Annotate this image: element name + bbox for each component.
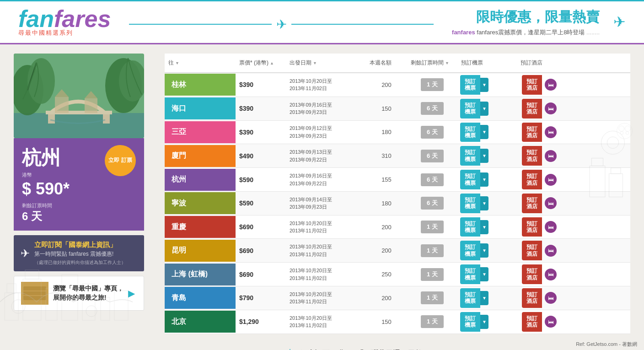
price-cell: $390 xyxy=(236,126,286,139)
city-name-cell: 青島 xyxy=(165,287,236,309)
flight-dropdown-arrow[interactable]: ▼ xyxy=(480,149,488,163)
book-flight-cell: 預訂 機票 ▼ xyxy=(457,73,517,97)
city-name-cell: 重慶 xyxy=(165,216,236,238)
quota-cell: 155 xyxy=(366,173,407,186)
book-hotel-button[interactable]: 預訂 酒店 xyxy=(522,217,542,237)
hotel-icon: 🛏 xyxy=(545,102,557,114)
quota-cell: 200 xyxy=(366,221,407,233)
book-hotel-button[interactable]: 預訂 酒店 xyxy=(522,288,542,308)
flight-dropdown-arrow[interactable]: ▼ xyxy=(480,78,488,92)
remaining-badge: 6 天 xyxy=(421,150,444,162)
remaining-badge: 6 天 xyxy=(421,126,444,139)
book-flight-label: 預訂 機票 xyxy=(465,173,476,186)
book-hotel-button[interactable]: 預訂 酒店 xyxy=(522,123,542,142)
book-flight-label: 預訂 機票 xyxy=(465,102,476,115)
book-hotel-button[interactable]: 預訂 酒店 xyxy=(522,241,542,260)
book-hotel-button[interactable]: 預訂 酒店 xyxy=(522,75,542,95)
book-hotel-button[interactable]: 預訂 酒店 xyxy=(522,99,542,118)
book-hotel-button[interactable]: 預訂 酒店 xyxy=(522,146,542,166)
flight-dropdown-arrow[interactable]: ▼ xyxy=(480,291,488,305)
date-cell: 2013年09月12日至2013年09月23日 xyxy=(286,122,366,142)
svg-rect-20 xyxy=(55,97,69,113)
svg-rect-12 xyxy=(14,113,144,138)
featured-currency: 港幣 xyxy=(22,172,70,178)
book-flight-button[interactable]: 預訂 機票 xyxy=(460,264,480,284)
book-hotel-cell: 預訂 酒店 🛏 xyxy=(517,121,576,144)
svg-rect-5 xyxy=(62,275,78,320)
hotel-icon: 🛏 xyxy=(545,150,557,162)
th-remaining: 剩餘訂票時間 ▼ xyxy=(407,57,457,69)
city-name-cell: 海口 xyxy=(165,97,236,119)
svg-rect-8 xyxy=(114,291,128,320)
city-name-cell: 昆明 xyxy=(165,240,236,262)
flight-dropdown-arrow[interactable]: ▼ xyxy=(480,102,488,116)
svg-rect-2 xyxy=(23,279,41,320)
date-cell: 2013年10月20日至2013年11月02日 xyxy=(286,312,366,332)
book-flight-label: 預訂 機票 xyxy=(465,315,476,328)
sort-arrow-destination[interactable]: ▼ xyxy=(175,61,179,65)
flight-dropdown-arrow[interactable]: ▼ xyxy=(480,196,488,210)
table-row: 三亞 $390 2013年09月12日至2013年09月23日 180 6 天 … xyxy=(165,121,630,145)
book-hotel-label: 預訂 酒店 xyxy=(526,197,537,210)
featured-price: $ 590* xyxy=(22,179,70,199)
quota-cell: 200 xyxy=(366,244,407,257)
remaining-cell: 1 天 xyxy=(407,312,457,331)
book-flight-cell: 預訂 機票 ▼ xyxy=(457,239,517,262)
sort-arrow-remaining[interactable]: ▼ xyxy=(445,61,449,65)
book-hotel-label: 預訂 酒店 xyxy=(526,126,537,139)
quota-cell: 200 xyxy=(366,79,407,91)
book-flight-button[interactable]: 預訂 機票 xyxy=(460,312,480,332)
flight-dropdown-arrow[interactable]: ▼ xyxy=(480,315,488,329)
book-flight-button[interactable]: 預訂 機票 xyxy=(460,288,480,308)
table-row: 杭州 $590 2013年09月16日至2013年09月22日 155 6 天 … xyxy=(165,168,630,192)
book-flight-button[interactable]: 預訂 機票 xyxy=(460,217,480,237)
book-now-button[interactable]: 立即 訂票 xyxy=(105,145,136,176)
city-name-cell: 杭州 xyxy=(165,169,236,191)
book-hotel-label: 預訂 酒店 xyxy=(526,291,537,305)
book-hotel-label: 預訂 酒店 xyxy=(526,102,537,115)
book-hotel-label: 預訂 酒店 xyxy=(526,149,537,162)
price-cell: $390 xyxy=(236,102,286,115)
price-cell: $790 xyxy=(236,291,286,304)
flight-dropdown-arrow[interactable]: ▼ xyxy=(480,267,488,281)
bottom-notes: 網上訂票可獲500「亞洲萬里通」里數 *須受組則及條款/製制。 xyxy=(0,343,644,350)
header-promo: 限時優惠，限量熱賣 fanfares fanfares震撼票價，逢星期二早上8時… xyxy=(452,8,600,37)
book-hotel-label: 預訂 酒店 xyxy=(526,244,537,257)
book-flight-label: 預訂 機票 xyxy=(465,221,476,234)
book-flight-button[interactable]: 預訂 機票 xyxy=(460,123,480,142)
book-flight-label: 預訂 機票 xyxy=(465,149,476,162)
flight-dropdown-arrow[interactable]: ▼ xyxy=(480,243,488,258)
book-flight-label: 預訂 機票 xyxy=(465,268,476,281)
book-flight-button[interactable]: 預訂 機票 xyxy=(460,241,480,260)
th-book-flight: 預訂機票 xyxy=(457,57,517,69)
book-flight-button[interactable]: 預訂 機票 xyxy=(460,75,480,95)
book-hotel-button[interactable]: 預訂 酒店 xyxy=(522,194,542,213)
table-row: 廈門 $490 2013年09月13日至2013年09月22日 310 6 天 … xyxy=(165,144,630,168)
price-cell: $690 xyxy=(236,268,286,281)
sort-arrow-price[interactable]: ▲ xyxy=(270,61,274,65)
sort-arrow-date[interactable]: ▼ xyxy=(313,61,317,65)
book-hotel-button[interactable]: 預訂 酒店 xyxy=(522,312,542,332)
table-rows-container: 桂林 $390 2013年10月20日至2013年11月02日 200 1 天 … xyxy=(165,73,630,334)
book-flight-cell: 預訂 機票 ▼ xyxy=(457,310,517,334)
flight-dropdown-arrow[interactable]: ▼ xyxy=(480,125,488,139)
remaining-cell: 1 天 xyxy=(407,265,457,284)
book-flight-label: 預訂 機票 xyxy=(465,126,476,139)
flight-dropdown-arrow[interactable]: ▼ xyxy=(480,220,488,234)
book-flight-button[interactable]: 預訂 機票 xyxy=(460,99,480,118)
book-flight-button[interactable]: 預訂 機票 xyxy=(460,170,480,189)
remaining-badge: 6 天 xyxy=(421,173,444,186)
logo-fan: fan xyxy=(18,7,54,31)
th-book-hotel: 預訂酒店 xyxy=(517,57,576,69)
book-hotel-button[interactable]: 預訂 酒店 xyxy=(522,170,542,189)
remaining-cell: 1 天 xyxy=(407,218,457,236)
quota-cell: 150 xyxy=(366,316,407,328)
flight-dropdown-arrow[interactable]: ▼ xyxy=(480,172,488,187)
table-row: 青島 $790 2013年10月20日至2013年11月02日 200 1 天 … xyxy=(165,286,630,310)
remaining-badge: 1 天 xyxy=(421,244,444,257)
price-cell: $490 xyxy=(236,150,286,162)
book-flight-button[interactable]: 預訂 機票 xyxy=(460,194,480,213)
book-hotel-button[interactable]: 預訂 酒店 xyxy=(522,264,542,284)
book-flight-button[interactable]: 預訂 機票 xyxy=(460,146,480,166)
remaining-cell: 6 天 xyxy=(407,99,457,118)
